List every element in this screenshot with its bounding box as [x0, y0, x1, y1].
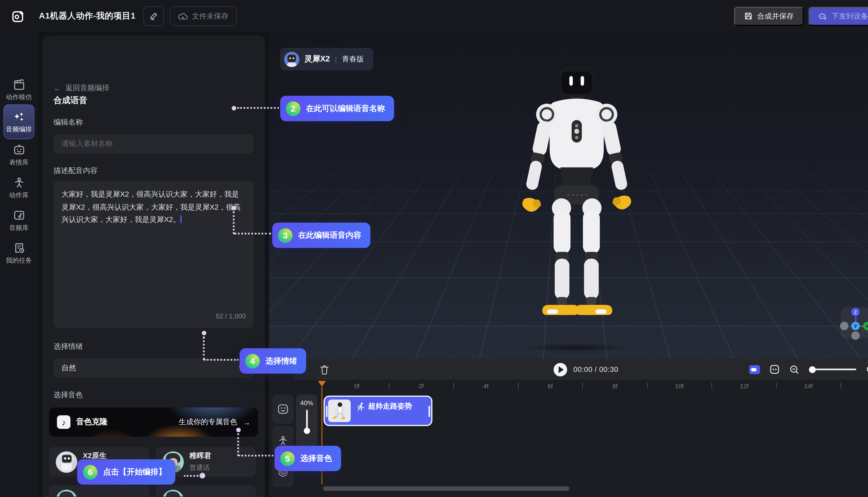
clip-trim-handle-left[interactable]: [326, 406, 327, 417]
clip-trim-handle-right[interactable]: [429, 406, 430, 417]
human-avatar: [162, 489, 184, 497]
back-to-audio-arrange[interactable]: ← 返回音频编排: [54, 83, 109, 93]
robot-ground-shadow: [523, 343, 630, 352]
step-text: 选择音色: [300, 453, 332, 464]
model-avatar: [284, 52, 299, 67]
step-text: 在此编辑语音内容: [298, 230, 361, 240]
timeline-ruler[interactable]: 0f 2f 4f 6f 8f 10f 12f 14f 16f: [295, 380, 868, 393]
volume-control[interactable]: 40%: [296, 395, 317, 447]
volume-knob[interactable]: [304, 428, 310, 434]
app-logo-icon: [12, 9, 26, 23]
connector-dot: [200, 473, 205, 479]
sidebar-item-my-tasks[interactable]: 我的任务: [0, 242, 38, 265]
zoom-in-icon[interactable]: [866, 364, 868, 374]
save-label: 合成并保存: [757, 11, 794, 21]
sidebar-item-action-library[interactable]: 动作库: [0, 176, 38, 199]
y-axis-handle[interactable]: Y: [851, 322, 860, 330]
clip-thumbnail: [328, 399, 351, 422]
connector-line: [234, 233, 271, 235]
voice-card-partial[interactable]: 稚晖君: [156, 485, 256, 497]
sidebar-item-label: 音频编排: [6, 125, 32, 133]
fit-width-icon[interactable]: [770, 365, 780, 374]
x-axis-handle[interactable]: X: [863, 322, 868, 330]
connector-dot: [202, 331, 206, 335]
expression-track-button[interactable]: [272, 395, 294, 424]
back-label: 返回音频编排: [66, 83, 109, 93]
file-status-label: 文件未保存: [192, 11, 228, 21]
char-count: 52 / 1,000: [215, 310, 246, 322]
badge-divider: |: [335, 55, 337, 63]
text-caret: [180, 215, 181, 223]
sidebar-item-label: 音频库: [9, 224, 29, 232]
robot-model: [512, 62, 641, 333]
file-status-button[interactable]: 文件未保存: [170, 6, 237, 26]
back-arrow-icon: ←: [54, 84, 61, 92]
nav-sidebar: 动作模仿 音频编排 表情库 动作库 音频库 我的任务: [0, 32, 38, 497]
robot-download-icon: [817, 12, 827, 20]
tutorial-step-4: 4 选择情绪: [240, 348, 306, 374]
ruler-label: 12f: [740, 383, 748, 389]
z-axis-handle[interactable]: Z: [851, 308, 860, 316]
connector-line: [233, 211, 235, 234]
app-window: A1机器人动作-我的项目1 文件未保存 合成并保存 下发到设备 动作模仿 音频编…: [0, 0, 868, 497]
connector-dot: [232, 106, 236, 111]
neg-z-axis-handle[interactable]: [851, 331, 860, 340]
sidebar-item-audio-arrange[interactable]: 音频编排: [3, 104, 34, 139]
project-title: A1机器人动作-我的项目1: [39, 11, 136, 22]
volume-value: 40%: [300, 399, 313, 406]
save-button[interactable]: 合成并保存: [734, 6, 804, 26]
tutorial-step-5: 5 选择音色: [275, 446, 341, 471]
emotion-value: 自然: [61, 363, 76, 373]
save-icon: [744, 12, 753, 20]
tutorial-step-6: 6 点击【开始编排】: [77, 459, 175, 485]
sidebar-item-expression-library[interactable]: 表情库: [0, 144, 38, 167]
robot-face-icon: [13, 144, 25, 156]
content-field-label: 描述配音内容: [54, 166, 98, 176]
voice-clone-cta: 生成你的专属音色: [179, 417, 237, 427]
voice-clone-banner[interactable]: ♪ 音色克隆 生成你的专属音色 →: [49, 408, 258, 437]
model-variant: 青春版: [342, 54, 364, 64]
deploy-to-device-button[interactable]: 下发到设备: [809, 6, 868, 26]
music-card-icon: [13, 209, 25, 222]
timeline-clip-walk-pose[interactable]: 超帅走路姿势: [324, 396, 432, 426]
timeline-zoom-slider[interactable]: [809, 369, 856, 370]
timeline-panel: 00:00 / 00:30 0f 2f 4f 6f 8f 10f 12f 14f…: [269, 359, 868, 497]
rename-button[interactable]: [143, 6, 164, 26]
step-badge: 5: [280, 451, 295, 466]
name-placeholder: 请输入素材名称: [61, 139, 113, 149]
volume-slider[interactable]: [306, 410, 308, 431]
emotion-select[interactable]: 自然: [54, 358, 254, 378]
step-badge: 3: [278, 228, 293, 243]
neg-x-axis-handle[interactable]: [840, 322, 849, 330]
clip-label: 超帅走路姿势: [368, 401, 412, 411]
sidebar-item-label: 表情库: [9, 158, 29, 167]
robot-3d-viewport[interactable]: 灵犀X2 | 青春版 Z Y X: [269, 32, 868, 359]
sidebar-item-motion-mimic[interactable]: 动作模仿: [0, 78, 38, 101]
axis-gizmo[interactable]: Z Y X: [841, 307, 868, 339]
ruler-label: 10f: [675, 383, 684, 389]
timeline-horizontal-scrollbar[interactable]: [323, 486, 570, 491]
ruler-label: 2f: [419, 383, 424, 389]
material-name-input[interactable]: 请输入素材名称: [54, 134, 254, 153]
model-badge[interactable]: 灵犀X2 | 青春版: [280, 48, 373, 70]
run-icon: [357, 402, 365, 411]
auto-fit-icon[interactable]: [749, 365, 760, 374]
sidebar-item-audio-library[interactable]: 音频库: [0, 209, 38, 232]
play-button[interactable]: [554, 363, 567, 376]
zoom-out-icon[interactable]: [789, 364, 799, 374]
voice-field-label: 选择音色: [54, 390, 83, 400]
voice-card-partial[interactable]: [49, 485, 150, 497]
step-text: 点击【开始编排】: [103, 467, 166, 477]
voice-language: 普通话: [190, 463, 211, 473]
step-badge: 6: [83, 465, 97, 479]
ruler-label: 6f: [548, 383, 553, 389]
model-name: 灵犀X2: [305, 54, 330, 64]
connector-line: [237, 433, 239, 456]
zoom-slider-knob[interactable]: [809, 366, 816, 373]
ruler-label: 14f: [804, 383, 813, 389]
delete-clip-icon[interactable]: [320, 364, 329, 374]
voice-content-textarea[interactable]: 大家好，我是灵犀X2，很高兴认识大家，大家好，我是灵犀X2，很高兴认识大家，大家…: [54, 181, 254, 328]
sparkles-icon: [13, 110, 25, 123]
tutorial-step-2: 2 在此可以编辑语音名称: [280, 96, 394, 121]
ruler-label: 8f: [613, 383, 618, 389]
